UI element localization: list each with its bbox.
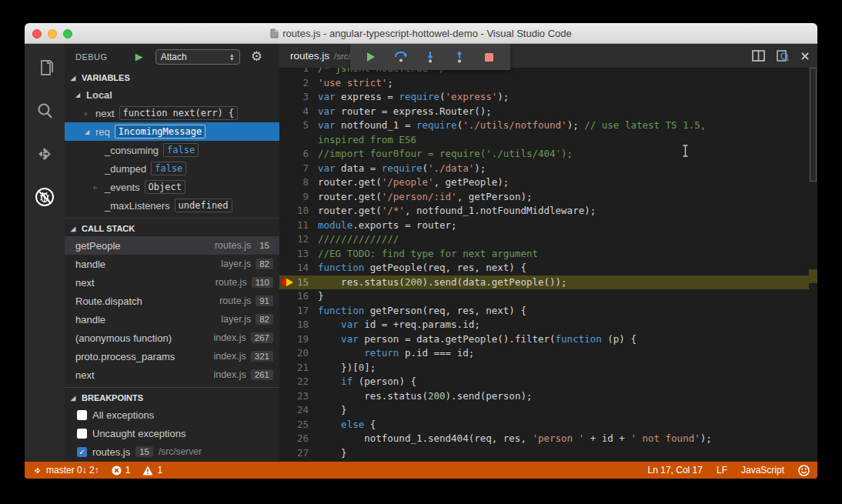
code-line[interactable]: 4var router = express.Router(); bbox=[279, 105, 809, 119]
call-stack-section-header[interactable]: ◢ CALL STACK bbox=[65, 218, 279, 236]
step-over-button[interactable] bbox=[392, 48, 410, 66]
code-line[interactable]: 13//EG TODO: find type for next argument bbox=[279, 247, 809, 262]
line-number[interactable]: 21 bbox=[279, 361, 318, 375]
line-number[interactable]: 13 bbox=[279, 247, 318, 262]
line-number[interactable]: 2 bbox=[279, 76, 318, 91]
variable-row[interactable]: ▹_eventsObject bbox=[65, 178, 279, 196]
call-stack-frame[interactable]: nextroute.js110 bbox=[65, 273, 279, 292]
code-line[interactable]: 11module.exports = router; bbox=[279, 219, 809, 233]
code-line[interactable]: 9router.get('/person/:id', getPerson); bbox=[279, 190, 809, 205]
line-number[interactable]: 18 bbox=[279, 318, 318, 332]
code-line[interactable]: 28} bbox=[279, 460, 809, 462]
eol-indicator[interactable]: LF bbox=[717, 465, 727, 476]
code-line[interactable]: 20 return p.id === id; bbox=[279, 346, 809, 361]
variable-row[interactable]: ◢reqIncomingMessage bbox=[65, 122, 279, 141]
git-branch-status[interactable]: master 0↓ 2↑ bbox=[32, 465, 99, 476]
code-line[interactable]: inspired from ES6 bbox=[279, 133, 809, 148]
line-number[interactable]: 27 bbox=[279, 446, 318, 461]
call-stack-frame[interactable]: getPeopleroutes.js15 bbox=[65, 236, 279, 255]
checkbox-checked[interactable]: ✓ bbox=[77, 447, 87, 457]
line-number[interactable] bbox=[279, 133, 318, 148]
minimize-window-button[interactable] bbox=[48, 29, 57, 38]
line-number[interactable]: 20 bbox=[279, 346, 318, 361]
close-window-button[interactable] bbox=[32, 29, 42, 38]
code-line[interactable]: 19 var person = data.getPeople().filter(… bbox=[279, 332, 809, 347]
chevron-collapsed-icon[interactable]: ▹ bbox=[85, 110, 91, 117]
code-line[interactable]: 27 } bbox=[279, 446, 809, 461]
variables-section-header[interactable]: ◢ VARIABLES bbox=[65, 69, 279, 85]
stop-button[interactable] bbox=[480, 48, 499, 66]
code-line[interactable]: 7var data = require('./data'); bbox=[279, 162, 809, 176]
debug-config-select[interactable]: Attach ▲▼ bbox=[155, 49, 240, 65]
breakpoint-row[interactable]: Uncaught exceptions bbox=[65, 424, 279, 442]
code-area[interactable]: 1/* jshint node:true */2'use strict';3va… bbox=[279, 68, 817, 462]
code-line[interactable]: 21 })[0]; bbox=[279, 361, 809, 375]
line-number[interactable]: 15 bbox=[279, 275, 318, 290]
line-number[interactable]: 19 bbox=[279, 332, 318, 347]
close-editor-icon[interactable] bbox=[800, 52, 810, 61]
call-stack-frame[interactable]: Route.dispatchroute.js91 bbox=[65, 292, 279, 310]
chevron-collapsed-icon[interactable]: ▹ bbox=[94, 184, 100, 191]
variable-row[interactable]: ▹nextfunction next(err) { bbox=[65, 104, 279, 122]
line-number[interactable]: 14 bbox=[279, 261, 318, 275]
code-line[interactable]: 14function getPeople(req, res, next) { bbox=[279, 261, 809, 275]
search-icon[interactable] bbox=[33, 99, 56, 122]
code-line[interactable]: 22 if (person) { bbox=[279, 375, 809, 389]
step-out-button[interactable] bbox=[450, 48, 469, 66]
code-line[interactable]: 12////////////// bbox=[279, 232, 809, 247]
line-number[interactable]: 9 bbox=[279, 190, 318, 205]
code-line[interactable]: 24 } bbox=[279, 403, 809, 418]
call-stack-frame[interactable]: nextindex.js261 bbox=[65, 365, 279, 384]
breakpoint-row[interactable]: ✓routes.js15/src/server bbox=[65, 442, 279, 461]
explorer-icon[interactable] bbox=[33, 56, 56, 79]
code-line[interactable]: 18 var id = +req.params.id; bbox=[279, 318, 809, 332]
code-line[interactable]: 2'use strict'; bbox=[279, 76, 809, 91]
call-stack-frame[interactable]: (anonymous function)index.js267 bbox=[65, 329, 279, 347]
code-line[interactable]: 5var notfound_1 = require('./utils/notfo… bbox=[279, 118, 809, 133]
line-number[interactable]: 4 bbox=[279, 105, 318, 119]
code-line[interactable]: 26 notfound_1.send404(req, res, 'person … bbox=[279, 432, 809, 446]
line-number[interactable]: 11 bbox=[279, 219, 318, 233]
line-number[interactable]: 26 bbox=[279, 432, 318, 446]
line-number[interactable]: 25 bbox=[279, 418, 318, 432]
chevron-expanded-icon[interactable]: ◢ bbox=[75, 92, 82, 98]
line-number[interactable]: 3 bbox=[279, 90, 318, 105]
code-line[interactable]: 8router.get('/people', getPeople); bbox=[279, 175, 809, 190]
breakpoint-row[interactable]: All exceptions bbox=[65, 406, 279, 424]
line-number[interactable]: 1 bbox=[279, 68, 318, 76]
breakpoints-section-header[interactable]: ◢ BREAKPOINTS bbox=[65, 387, 279, 406]
split-editor-icon[interactable] bbox=[752, 50, 765, 62]
checkbox-unchecked[interactable] bbox=[77, 410, 87, 420]
error-count[interactable]: 1 bbox=[112, 465, 131, 476]
variable-row[interactable]: ◢Local bbox=[65, 85, 279, 104]
warning-count[interactable]: 1 bbox=[142, 465, 162, 476]
code-line[interactable]: 16} bbox=[279, 289, 809, 304]
variable-row[interactable]: _dumpedfalse bbox=[65, 159, 279, 178]
code-line[interactable]: 17function getPerson(req, res, next) { bbox=[279, 304, 809, 319]
feedback-smiley-icon[interactable] bbox=[798, 465, 810, 476]
line-number[interactable]: 8 bbox=[279, 175, 318, 190]
code-line[interactable]: 10router.get('/*', notfound_1.notFoundMi… bbox=[279, 204, 809, 219]
chevron-expanded-icon[interactable]: ◢ bbox=[85, 129, 91, 135]
open-preview-icon[interactable] bbox=[776, 50, 790, 62]
variable-row[interactable]: _consumingfalse bbox=[65, 141, 279, 159]
line-number[interactable]: 28 bbox=[279, 460, 318, 462]
start-debug-button[interactable]: ▶ bbox=[135, 51, 143, 62]
line-number[interactable]: 10 bbox=[279, 204, 318, 219]
code-line[interactable]: 25 else { bbox=[279, 418, 809, 432]
scrollbar-thumb[interactable] bbox=[810, 68, 817, 182]
line-number[interactable]: 24 bbox=[279, 403, 318, 418]
step-into-button[interactable] bbox=[421, 48, 439, 66]
line-number[interactable]: 17 bbox=[279, 304, 318, 319]
code-line[interactable]: 6//import four0four = require('./utils/4… bbox=[279, 147, 809, 162]
line-number[interactable]: 12 bbox=[279, 232, 318, 247]
zoom-window-button[interactable] bbox=[63, 29, 72, 38]
git-icon[interactable] bbox=[33, 142, 56, 165]
debug-icon[interactable] bbox=[33, 185, 56, 209]
call-stack-frame[interactable]: handlelayer.js82 bbox=[65, 310, 279, 329]
line-number[interactable]: 16 bbox=[279, 289, 318, 304]
line-number[interactable]: 7 bbox=[279, 162, 318, 176]
code-line[interactable]: 3var express = require('express'); bbox=[279, 90, 809, 105]
language-mode[interactable]: JavaScript bbox=[741, 465, 784, 476]
call-stack-frame[interactable]: handlelayer.js82 bbox=[65, 255, 279, 273]
